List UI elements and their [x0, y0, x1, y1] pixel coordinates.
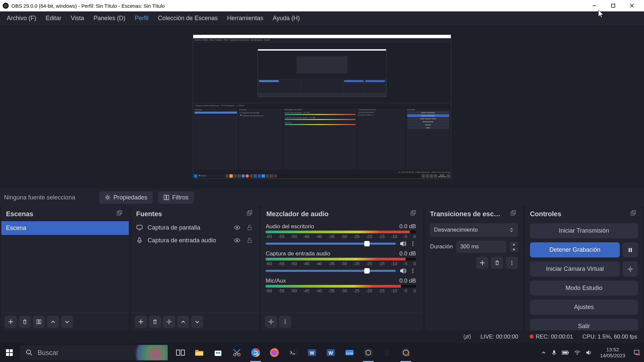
taskbar-clock[interactable]: 13:52 14/05/2023 [597, 347, 629, 359]
transition-menu-button[interactable] [506, 257, 518, 269]
snip-app[interactable] [228, 343, 246, 362]
remove-transition-button[interactable] [491, 257, 503, 269]
studio-mode-button[interactable]: Modo Estudio [530, 281, 638, 296]
store-app[interactable] [209, 343, 227, 362]
svg-rect-74 [289, 349, 297, 356]
track-menu-button[interactable] [410, 268, 416, 274]
tray-overflow-button[interactable] [541, 350, 546, 355]
search-placeholder: Buscar [38, 349, 58, 357]
move-source-down-button[interactable] [191, 316, 203, 328]
file-explorer-app[interactable] [191, 343, 208, 362]
windows-logo-icon [5, 349, 13, 357]
word-app[interactable]: W [303, 343, 321, 362]
scenes-panel: Escenas Escena [1, 206, 129, 330]
svg-point-89 [577, 354, 578, 355]
preview-area[interactable]: ArchivoEditarVistaPanelesPerfilColección… [0, 25, 644, 188]
visibility-toggle[interactable] [233, 224, 242, 231]
exit-button[interactable]: Salir [530, 319, 638, 330]
svg-point-37 [285, 321, 286, 322]
move-scene-down-button[interactable] [61, 316, 73, 328]
taskbar-search[interactable]: Buscar [20, 345, 168, 360]
visibility-toggle[interactable] [233, 237, 242, 244]
svg-point-33 [413, 270, 414, 272]
popout-icon[interactable] [410, 210, 418, 218]
close-button[interactable] [623, 0, 641, 11]
mixer-track: Audio del escritorio0.0 dB -60-55-50-45-… [262, 221, 423, 248]
settings-button[interactable]: Ajustes [530, 300, 638, 315]
duration-spinner[interactable]: ▲▼ [510, 241, 518, 252]
virtual-cam-button[interactable]: Iniciar Cámara Virtual [530, 261, 620, 277]
scene-item[interactable]: Escena [1, 221, 129, 235]
properties-button[interactable]: Propiedades [99, 191, 153, 204]
transition-select[interactable]: Desvanecimiento [430, 223, 518, 237]
mixer-menu-button[interactable] [279, 316, 291, 328]
stack-icon [36, 319, 42, 325]
source-item[interactable]: Captura de pantalla [131, 221, 259, 234]
svg-rect-49 [631, 248, 632, 252]
terminal-app[interactable] [284, 343, 302, 362]
unity-app[interactable] [378, 343, 396, 362]
source-item[interactable]: Captura de entrada audio [131, 234, 259, 247]
lock-toggle[interactable] [246, 224, 255, 231]
word-app-2[interactable]: W [322, 343, 339, 362]
menu-vista[interactable]: Vista [66, 13, 89, 24]
add-scene-button[interactable] [5, 316, 17, 328]
tray-mic-icon[interactable] [551, 350, 557, 356]
tray-battery-icon[interactable] [562, 350, 569, 355]
svg-rect-20 [139, 238, 141, 241]
task-view-button[interactable] [172, 343, 189, 362]
svg-point-22 [236, 240, 238, 241]
svg-point-38 [285, 323, 286, 324]
menu-paneles[interactable]: Paneles (D) [89, 13, 130, 24]
plus-icon [8, 319, 14, 325]
firefox-app[interactable] [266, 343, 283, 362]
tray-volume-icon[interactable] [585, 350, 592, 356]
lock-toggle[interactable] [246, 237, 255, 244]
virtual-cam-settings-button[interactable] [623, 261, 638, 277]
notifications-button[interactable] [633, 349, 640, 356]
volume-slider[interactable] [266, 270, 396, 272]
move-scene-up-button[interactable] [47, 316, 59, 328]
svg-point-50 [629, 268, 631, 270]
mixer-track: Mic/Aux0.0 dB -60-55-50-45-40-35-30-25-2… [262, 276, 423, 295]
filters-button[interactable]: Filtros [158, 191, 194, 204]
popout-icon[interactable] [116, 210, 124, 218]
start-button[interactable] [0, 343, 19, 362]
popout-icon[interactable] [630, 210, 638, 218]
remove-source-button[interactable] [149, 316, 161, 328]
filters-icon [163, 194, 169, 200]
mute-button[interactable] [399, 267, 407, 274]
popout-icon[interactable] [246, 210, 254, 218]
menu-coleccion[interactable]: Colección de Escenas [153, 13, 222, 24]
mute-button[interactable] [399, 240, 407, 247]
popout-icon[interactable] [510, 210, 518, 218]
add-source-button[interactable] [135, 316, 147, 328]
pause-recording-button[interactable] [623, 242, 638, 257]
add-transition-button[interactable] [476, 257, 488, 269]
menu-editar[interactable]: Editar [41, 13, 66, 24]
scene-filter-button[interactable] [33, 316, 45, 328]
menu-herramientas[interactable]: Herramientas [222, 13, 268, 24]
maximize-button[interactable] [604, 0, 623, 11]
audio-mixer-panel: Mezclador de audio Audio del escritorio0… [262, 206, 423, 330]
minimize-button[interactable] [585, 0, 604, 11]
audio-meter [266, 285, 416, 288]
track-menu-button[interactable] [410, 241, 416, 247]
unity-hub-app[interactable] [360, 343, 377, 362]
volume-slider[interactable] [266, 243, 396, 245]
cpu-status: CPU: 1.5%, 60.00 fps [583, 334, 637, 340]
start-stream-button[interactable]: Iniciar Transmisión [530, 223, 638, 238]
source-properties-button[interactable] [163, 316, 175, 328]
obs-app[interactable] [397, 343, 415, 362]
move-source-up-button[interactable] [177, 316, 189, 328]
chrome-app[interactable] [247, 343, 264, 362]
tray-wifi-icon[interactable] [574, 350, 581, 355]
zoom-app[interactable]: zoom [341, 343, 358, 362]
duration-input[interactable]: 300 ms [456, 241, 506, 253]
remove-scene-button[interactable] [19, 316, 31, 328]
mixer-settings-button[interactable] [265, 316, 277, 328]
menu-perfil[interactable]: Perfil [130, 13, 153, 24]
menu-archivo[interactable]: Archivo (F) [2, 13, 41, 24]
stop-recording-button[interactable]: Detener Grabación [530, 242, 620, 257]
menu-ayuda[interactable]: Ayuda (H) [268, 13, 305, 24]
